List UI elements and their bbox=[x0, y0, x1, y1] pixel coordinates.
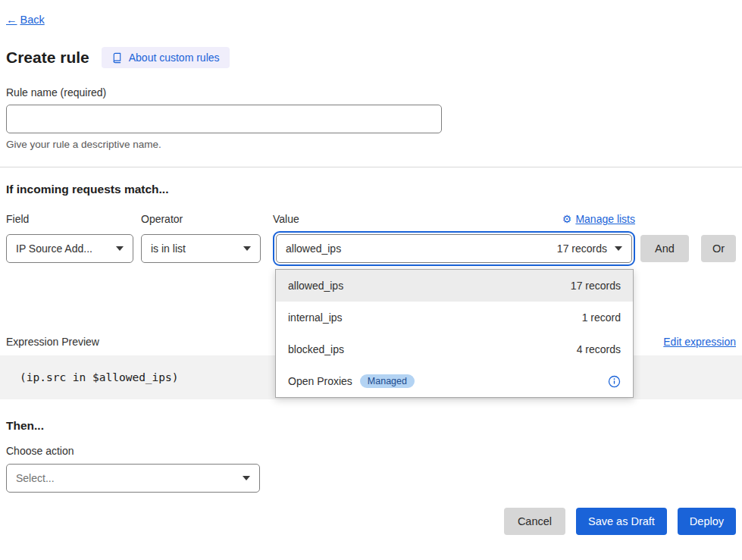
list-option-name: blocked_ips bbox=[288, 343, 344, 355]
footer-actions: Cancel Save as Draft Deploy bbox=[6, 508, 736, 535]
choose-action-label: Choose action bbox=[6, 445, 736, 457]
page-title: Create rule bbox=[6, 48, 89, 67]
value-column-header: Value ⚙ Manage lists bbox=[273, 213, 635, 225]
expression-code: (ip.src in $allowed_ips) bbox=[20, 371, 179, 383]
value-select-right: 17 records bbox=[557, 242, 622, 255]
value-select-focus-ring: allowed_ips 17 records bbox=[273, 231, 635, 266]
back-arrow-icon: ← bbox=[6, 14, 17, 26]
back-label: Back bbox=[20, 14, 45, 26]
save-as-draft-button[interactable]: Save as Draft bbox=[576, 508, 667, 535]
list-dropdown-menu: allowed_ips 17 records internal_ips 1 re… bbox=[275, 269, 634, 398]
rule-name-label: Rule name (required) bbox=[6, 86, 736, 99]
section-divider bbox=[0, 167, 742, 167]
deploy-button[interactable]: Deploy bbox=[678, 508, 736, 535]
value-select[interactable]: allowed_ips 17 records bbox=[276, 234, 632, 263]
list-option-name: Open Proxies bbox=[288, 375, 352, 387]
expression-preview-label: Expression Preview bbox=[6, 336, 99, 348]
or-button[interactable]: Or bbox=[701, 235, 736, 262]
list-option-name: internal_ips bbox=[288, 311, 343, 324]
list-option-left: Open Proxies Managed bbox=[288, 374, 415, 389]
match-column-labels: Field Operator Value ⚙ Manage lists bbox=[6, 213, 736, 225]
info-icon[interactable] bbox=[608, 375, 621, 388]
create-rule-page: ← Back Create rule About custom rules Ru… bbox=[0, 0, 742, 535]
about-custom-rules-label: About custom rules bbox=[129, 52, 220, 64]
value-select-record-count: 17 records bbox=[557, 242, 607, 255]
action-select-placeholder: Select... bbox=[16, 472, 55, 484]
rule-name-input[interactable] bbox=[6, 105, 442, 133]
managed-badge: Managed bbox=[360, 374, 415, 389]
list-option-allowed-ips[interactable]: allowed_ips 17 records bbox=[276, 270, 633, 302]
list-option-record-count: 1 record bbox=[582, 311, 621, 324]
match-controls-row: IP Source Add... is in list allowed_ips … bbox=[6, 231, 736, 266]
back-link[interactable]: ← Back bbox=[6, 14, 45, 26]
field-select[interactable]: IP Source Add... bbox=[6, 234, 133, 263]
chevron-down-icon bbox=[243, 476, 250, 480]
match-section-heading: If incoming requests match... bbox=[6, 183, 736, 196]
operator-column-label: Operator bbox=[141, 213, 261, 225]
manage-lists-link[interactable]: ⚙ Manage lists bbox=[562, 213, 635, 225]
manage-lists-label: Manage lists bbox=[575, 213, 635, 225]
operator-select-value: is in list bbox=[151, 242, 186, 255]
then-section-heading: Then... bbox=[6, 419, 736, 433]
book-icon bbox=[111, 52, 123, 64]
value-column-label: Value bbox=[273, 213, 299, 225]
chevron-down-icon bbox=[116, 246, 124, 251]
field-select-value: IP Source Add... bbox=[16, 242, 92, 255]
value-select-value: allowed_ips bbox=[286, 242, 341, 255]
list-option-record-count: 4 records bbox=[577, 343, 621, 355]
chevron-down-icon bbox=[243, 246, 251, 251]
value-select-cell: allowed_ips 17 records allowed_ips 17 re… bbox=[273, 231, 635, 266]
list-option-name: allowed_ips bbox=[288, 280, 343, 292]
list-option-record-count: 17 records bbox=[571, 280, 621, 292]
field-column-label: Field bbox=[6, 213, 133, 225]
edit-expression-link[interactable]: Edit expression bbox=[663, 336, 736, 348]
list-option-internal-ips[interactable]: internal_ips 1 record bbox=[276, 302, 633, 333]
chevron-down-icon bbox=[615, 246, 622, 251]
list-option-blocked-ips[interactable]: blocked_ips 4 records bbox=[276, 333, 633, 365]
and-button[interactable]: And bbox=[640, 235, 689, 262]
title-row: Create rule About custom rules bbox=[6, 47, 736, 68]
action-select[interactable]: Select... bbox=[6, 464, 260, 493]
about-custom-rules-link[interactable]: About custom rules bbox=[102, 47, 230, 68]
rule-name-help: Give your rule a descriptive name. bbox=[6, 139, 736, 150]
operator-select[interactable]: is in list bbox=[141, 234, 261, 263]
cancel-button[interactable]: Cancel bbox=[504, 508, 565, 535]
list-option-open-proxies[interactable]: Open Proxies Managed bbox=[276, 365, 633, 397]
gear-icon: ⚙ bbox=[562, 214, 572, 224]
